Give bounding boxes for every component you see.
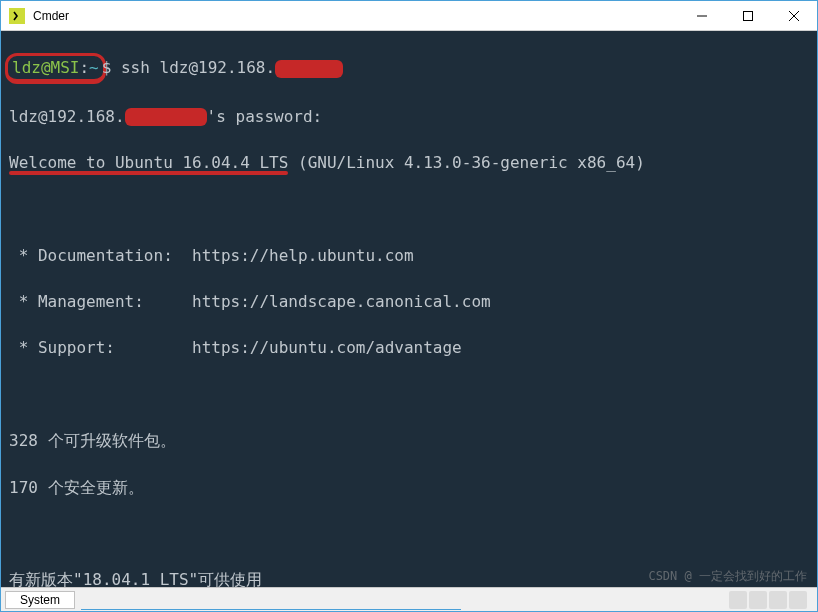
tray-icon[interactable] <box>729 591 747 609</box>
status-search-input[interactable] <box>81 590 461 610</box>
close-button[interactable] <box>771 1 817 31</box>
mgmt-line: * Management: https://landscape.canonica… <box>9 290 809 313</box>
doc-line: * Documentation: https://help.ubuntu.com <box>9 244 809 267</box>
statusbar: System <box>1 587 817 611</box>
tray-icon[interactable] <box>789 591 807 609</box>
tab-system[interactable]: System <box>5 591 75 609</box>
tray-icon[interactable] <box>769 591 787 609</box>
welcome-line: Welcome to Ubuntu 16.04.4 LTS (GNU/Linux… <box>9 151 809 174</box>
tray-icon[interactable] <box>749 591 767 609</box>
maximize-button[interactable] <box>725 1 771 31</box>
updates-2: 170 个安全更新。 <box>9 476 809 499</box>
supp-line: * Support: https://ubuntu.com/advantage <box>9 336 809 359</box>
app-icon <box>9 8 25 24</box>
password-line: ldz@192.168.'s password: <box>9 105 809 128</box>
watermark: CSDN @ 一定会找到好的工作 <box>648 568 807 585</box>
terminal-area[interactable]: ldz@MSI:~$ ssh ldz@192.168. ldz@192.168.… <box>1 31 817 587</box>
updates-1: 328 个可升级软件包。 <box>9 429 809 452</box>
app-window: Cmder ldz@MSI:~$ ssh ldz@192.168. ldz@19… <box>0 0 818 612</box>
minimize-button[interactable] <box>679 1 725 31</box>
titlebar[interactable]: Cmder <box>1 1 817 31</box>
svg-rect-1 <box>744 11 753 20</box>
window-title: Cmder <box>33 9 69 23</box>
status-tray <box>729 591 807 609</box>
prompt-line-1: ldz@MSI:~$ ssh ldz@192.168. <box>9 56 809 81</box>
